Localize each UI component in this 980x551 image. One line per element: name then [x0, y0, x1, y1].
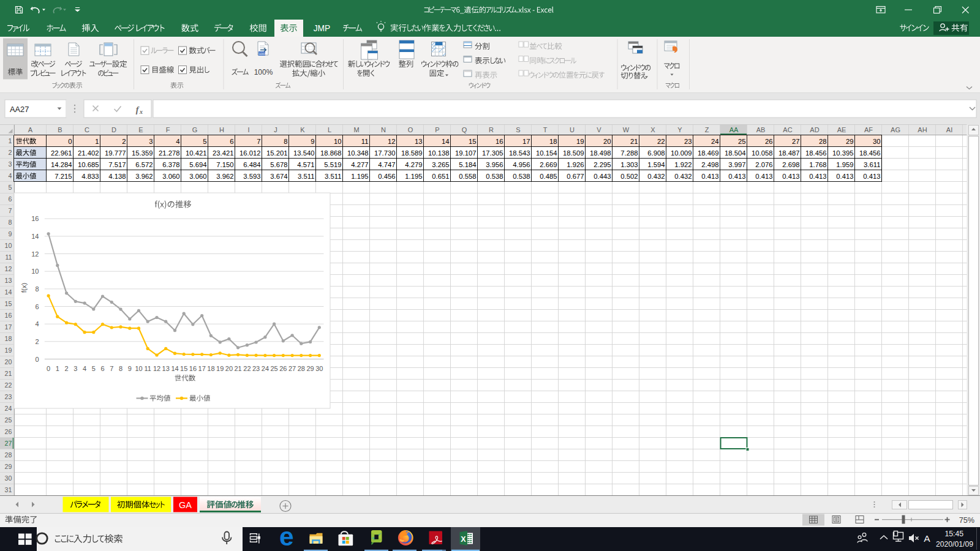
svg-text:2: 2: [9, 149, 12, 156]
svg-text:AE: AE: [837, 126, 846, 133]
svg-text:0.413: 0.413: [863, 173, 880, 180]
svg-text:6.572: 6.572: [135, 161, 153, 168]
svg-text:0.443: 0.443: [594, 173, 611, 180]
svg-text:f(x): f(x): [20, 283, 28, 293]
svg-text:O: O: [408, 126, 413, 133]
svg-text:AF: AF: [864, 126, 873, 133]
svg-text:1.594: 1.594: [647, 161, 665, 168]
svg-text:18.456: 18.456: [859, 149, 881, 157]
svg-text:18.543: 18.543: [509, 149, 530, 157]
svg-text:16: 16: [189, 365, 197, 372]
svg-text:18.589: 18.589: [401, 149, 423, 157]
svg-text:S: S: [516, 126, 520, 133]
svg-text:9: 9: [9, 230, 12, 238]
svg-text:X: X: [461, 535, 466, 544]
svg-text:4: 4: [35, 320, 39, 328]
svg-text:19.107: 19.107: [455, 149, 477, 157]
svg-text:29: 29: [306, 365, 314, 372]
svg-text:9: 9: [311, 138, 314, 145]
svg-text:16: 16: [31, 215, 39, 222]
svg-text:6: 6: [35, 303, 39, 310]
svg-text:19: 19: [216, 365, 224, 372]
svg-text:A: A: [28, 126, 33, 133]
svg-text:17: 17: [198, 365, 206, 372]
svg-text:20: 20: [5, 358, 12, 365]
svg-text:2: 2: [122, 138, 126, 145]
svg-text:14: 14: [442, 138, 450, 145]
svg-text:22: 22: [657, 138, 665, 145]
svg-text:18.456: 18.456: [805, 149, 827, 157]
svg-text:AB: AB: [756, 126, 766, 133]
svg-text:3.997: 3.997: [728, 161, 745, 168]
svg-text:1.303: 1.303: [620, 161, 638, 168]
svg-text:3.611: 3.611: [864, 161, 880, 168]
svg-text:0.413: 0.413: [755, 173, 772, 180]
svg-text:13: 13: [162, 365, 170, 372]
svg-text:15.201: 15.201: [266, 149, 288, 157]
svg-text:3.962: 3.962: [216, 173, 233, 180]
svg-text:1.768: 1.768: [809, 161, 826, 168]
svg-text:13: 13: [5, 277, 12, 284]
svg-text:24: 24: [711, 138, 719, 145]
svg-text:22: 22: [5, 381, 12, 389]
svg-text:9: 9: [128, 365, 132, 372]
svg-text:15: 15: [5, 300, 12, 307]
svg-text:3.962: 3.962: [135, 173, 153, 180]
svg-text:4.571: 4.571: [297, 161, 314, 168]
svg-text:1.195: 1.195: [405, 173, 422, 180]
svg-text:GA: GA: [179, 500, 192, 510]
svg-text:29: 29: [5, 463, 12, 470]
svg-text:30: 30: [315, 365, 323, 372]
svg-text:6: 6: [230, 138, 233, 145]
svg-text:22: 22: [243, 365, 251, 372]
svg-text:4.956: 4.956: [513, 161, 530, 168]
svg-text:20: 20: [603, 138, 611, 145]
svg-text:3.511: 3.511: [325, 173, 341, 180]
svg-text:2.498: 2.498: [701, 161, 718, 168]
svg-text:27: 27: [792, 138, 800, 145]
svg-text:0.538: 0.538: [513, 173, 530, 180]
svg-text:7: 7: [257, 138, 260, 145]
svg-text:18: 18: [5, 335, 12, 342]
svg-text:1.922: 1.922: [674, 161, 692, 168]
svg-text:4.279: 4.279: [405, 161, 422, 168]
svg-text:3: 3: [74, 365, 77, 372]
svg-text:7: 7: [9, 207, 12, 214]
svg-text:3: 3: [149, 138, 153, 145]
svg-text:18.487: 18.487: [778, 149, 800, 157]
svg-text:75%: 75%: [959, 516, 974, 525]
svg-text:10.685: 10.685: [78, 161, 99, 168]
svg-text:2: 2: [65, 365, 69, 372]
svg-text:0.485: 0.485: [540, 173, 557, 180]
svg-text:4: 4: [9, 172, 12, 179]
svg-text:6: 6: [9, 195, 12, 203]
svg-text:5: 5: [203, 138, 206, 145]
svg-text:0.538: 0.538: [486, 173, 503, 180]
svg-text:0.413: 0.413: [728, 173, 745, 180]
svg-text:21.402: 21.402: [78, 149, 99, 157]
svg-text:18.868: 18.868: [320, 149, 342, 157]
svg-text:26: 26: [279, 365, 287, 372]
svg-text:C: C: [85, 126, 89, 133]
svg-text:R: R: [489, 126, 494, 133]
svg-text:4.833: 4.833: [81, 173, 99, 180]
svg-text:1: 1: [56, 365, 59, 372]
svg-text:26: 26: [765, 138, 773, 145]
svg-text:3.674: 3.674: [270, 173, 287, 180]
svg-text:0.413: 0.413: [809, 173, 826, 180]
svg-text:7.517: 7.517: [108, 161, 126, 168]
svg-text:Y: Y: [677, 126, 682, 133]
svg-text:10.138: 10.138: [428, 149, 450, 157]
svg-text:18.469: 18.469: [698, 149, 719, 157]
svg-text:1.195: 1.195: [351, 173, 368, 180]
svg-text:27: 27: [5, 440, 12, 447]
svg-text:10.058: 10.058: [752, 149, 773, 157]
svg-text:23.421: 23.421: [213, 149, 234, 157]
svg-text:e: e: [279, 522, 294, 551]
svg-text:0.413: 0.413: [782, 173, 799, 180]
svg-text:2.669: 2.669: [540, 161, 557, 168]
svg-text:10.348: 10.348: [347, 149, 369, 157]
svg-text:K: K: [300, 126, 305, 133]
svg-text:30: 30: [873, 138, 881, 145]
svg-text:0.432: 0.432: [674, 173, 692, 180]
